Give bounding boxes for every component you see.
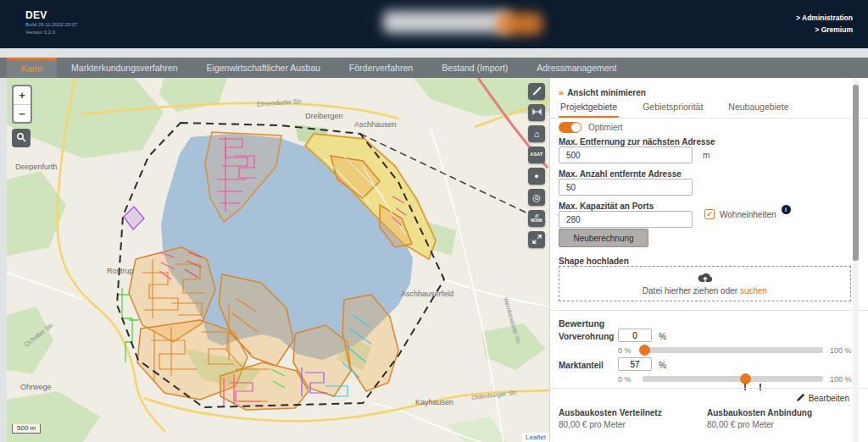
distance-input[interactable] <box>559 146 693 163</box>
bearbeiten-link[interactable]: Bearbeiten <box>796 393 849 404</box>
panel-scrollbar-thumb[interactable] <box>853 85 859 261</box>
removed-input[interactable] <box>559 179 693 196</box>
app-logo-blurred <box>383 11 510 33</box>
expand-icon <box>532 235 542 246</box>
section-divider <box>550 388 868 389</box>
vorverohrung-label: Vorverohrung <box>559 332 614 341</box>
leaflet-attribution[interactable]: Leaflet <box>522 433 549 442</box>
distance-unit: m <box>703 151 709 160</box>
cost-verteilnetz-value: 80,00 € pro Meter <box>559 420 626 429</box>
wohneinheiten-label: Wohneinheiten <box>720 210 776 219</box>
chevron-right-icon: » <box>559 87 564 97</box>
zoom-out-button[interactable]: − <box>14 105 31 123</box>
optimiert-label: Optimiert <box>588 123 623 132</box>
measure-tool-button[interactable] <box>528 83 545 100</box>
slider-tick <box>744 384 746 390</box>
marktanteil-max: 100 % <box>830 375 852 384</box>
asat-button[interactable]: ASAT <box>528 146 545 163</box>
marktanteil-label: Marktanteil <box>559 361 604 370</box>
wohneinheiten-row: ✓ Wohneinheiten i <box>704 209 791 219</box>
gremium-link[interactable]: > Gremium <box>796 25 853 36</box>
neuberechnung-button[interactable]: Neuberechnung <box>559 229 648 247</box>
settings-panel: »Ansicht minimieren Projektgebiete Gebie… <box>549 78 868 442</box>
map-scale-bar: 500 m <box>12 424 41 434</box>
building-layer-button[interactable]: ⌂ <box>528 125 545 142</box>
marktanteil-unit: % <box>659 361 666 370</box>
edit-pencil-icon <box>796 393 805 404</box>
panel-tab-divider <box>550 118 868 119</box>
tab-gebietsprioritaet[interactable]: Gebietspriorität <box>641 102 704 118</box>
vorverohrung-slider-thumb[interactable] <box>639 345 650 356</box>
marktanteil-min: 0 % <box>618 375 632 384</box>
vorverohrung-input[interactable] <box>618 329 652 342</box>
optimiert-toggle-row: Optimiert <box>559 122 623 133</box>
map-label: Rostrup <box>107 267 134 275</box>
app-logo-accent-blurred <box>497 13 542 35</box>
map-label: Aschhauserfeld <box>401 290 453 298</box>
measure-icon <box>532 86 542 97</box>
map-canvas[interactable]: Dreibergen Aschhausen Deepenfurth Rostru… <box>7 78 549 442</box>
tab-foerderverfahren[interactable]: Förderverfahren <box>335 58 427 78</box>
info-icon[interactable]: i <box>782 205 791 214</box>
file-dropzone[interactable]: Datei hierher ziehen oder suchen <box>559 266 851 301</box>
build-info: Build 29.11.2022 20:07 <box>25 21 77 28</box>
marktanteil-slider[interactable] <box>643 376 823 382</box>
tab-markterkundungsverfahren[interactable]: Markterkundungsverfahren <box>57 58 192 78</box>
tab-bestand-import[interactable]: Bestand (Import) <box>427 58 522 78</box>
map-tool-buttons: ⌂ ASAT ● ◎ /// W3W <box>528 83 545 248</box>
app-window: { "colors":{"accent":"#e8761d","header_b… <box>0 0 868 442</box>
header-links: > Administration > Gremium <box>796 13 853 36</box>
tab-eigenwirtschaftlicher-ausbau[interactable]: Eigenwirtschaftlicher Ausbau <box>192 58 335 78</box>
map-label: Aschhausen <box>354 120 397 129</box>
panel-tabbar: Projektgebiete Gebietspriorität Neubauge… <box>559 102 791 118</box>
tab-projektgebiete[interactable]: Projektgebiete <box>559 102 619 118</box>
what3words-button[interactable]: /// W3W <box>528 210 545 227</box>
collapse-panel-button[interactable]: »Ansicht minimieren <box>559 87 646 97</box>
cost-verteilnetz-label: Ausbaukosten Verteilnetz <box>559 408 662 417</box>
vorverohrung-slider[interactable] <box>643 347 823 353</box>
marktanteil-input[interactable] <box>618 357 652 371</box>
building-icon: ⌂ <box>534 130 540 139</box>
search-icon <box>16 130 26 146</box>
version-info: Version 3.2.0 <box>25 29 77 36</box>
wohneinheiten-checkbox[interactable]: ✓ <box>704 209 715 219</box>
ports-field-label: Max. Kapazität an Ports <box>559 202 654 211</box>
main-nav-tabbar: Karte Markterkundungsverfahren Eigenwirt… <box>0 58 868 78</box>
check-icon: ✓ <box>706 210 713 218</box>
browse-link[interactable]: suchen <box>740 286 767 296</box>
map-label: Ohrwege <box>20 383 52 391</box>
vorverohrung-min: 0 % <box>618 346 632 355</box>
administration-link[interactable]: > Administration <box>796 13 853 25</box>
map-search-button[interactable] <box>12 129 31 147</box>
environment-label: DEV <box>25 9 77 21</box>
w3w-label: W3W <box>531 218 542 224</box>
locate-button[interactable]: ◎ <box>528 189 545 206</box>
distance-field-label: Max. Entfernung zur nächsten Adresse <box>559 137 715 146</box>
map-label: Dreibergen <box>305 112 343 120</box>
optimiert-toggle[interactable] <box>559 122 581 133</box>
expand-tool-button[interactable] <box>528 231 545 248</box>
ports-input[interactable] <box>559 211 693 228</box>
section-divider <box>550 310 868 311</box>
shape-upload-label: Shape hochladen <box>559 257 629 266</box>
toggle-knob <box>571 123 581 132</box>
slider-tick <box>760 384 761 390</box>
vorverohrung-unit: % <box>659 332 666 341</box>
vorverohrung-max: 100 % <box>830 346 852 355</box>
marktanteil-slider-thumb[interactable] <box>740 373 751 384</box>
tab-karte[interactable]: Karte <box>7 58 57 78</box>
tab-neubaugebiete[interactable]: Neubaugebiete <box>726 102 790 118</box>
bewertung-title: Bewertung <box>559 318 604 329</box>
marker-tool-button[interactable]: ● <box>528 168 545 185</box>
tab-adressmanagement[interactable]: Adressmanagement <box>522 58 631 78</box>
distance-tool-button[interactable] <box>528 104 545 121</box>
cloud-upload-icon <box>697 272 714 285</box>
map-label: Kayhausen <box>415 398 453 406</box>
collapse-label: Ansicht minimieren <box>567 88 646 97</box>
zoom-in-button[interactable]: + <box>14 86 31 104</box>
asat-label: ASAT <box>530 152 542 157</box>
dot-icon: ● <box>534 173 538 180</box>
map-label: Deepenfurth <box>15 163 58 171</box>
map-container[interactable]: Dreibergen Aschhausen Deepenfurth Rostru… <box>7 78 549 442</box>
top-header: DEV Build 29.11.2022 20:07 Version 3.2.0… <box>0 0 868 48</box>
